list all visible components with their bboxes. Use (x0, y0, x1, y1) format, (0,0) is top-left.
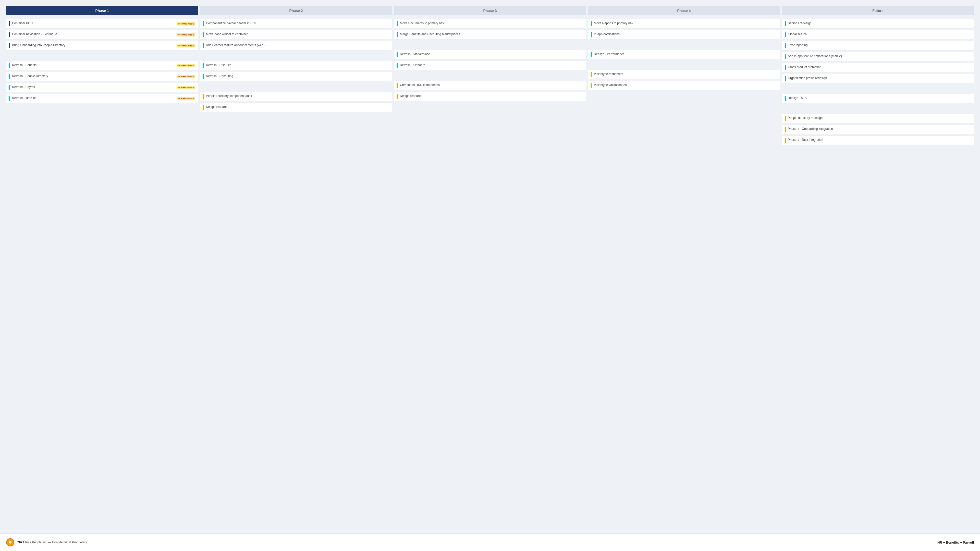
phase-col-phase4: Phase 4Move Reports to primary navIn-app… (588, 6, 780, 149)
task-text-people-dir-audit: People Directory component audit (206, 94, 389, 98)
task-card-bring-onboarding[interactable]: Bring Onboarding into People DirectoryIN… (6, 41, 198, 51)
task-card-inapp-notifications[interactable]: In-app notifications (588, 30, 780, 40)
task-text-design-research3: Design research (400, 94, 583, 98)
task-card-phase1-onboarding[interactable]: Phase 1 - Onboarding integration (782, 124, 974, 134)
task-bar-error-reporting (785, 43, 786, 48)
task-bar-people-dir-redesign (785, 116, 786, 121)
task-card-refresh-marketplace[interactable]: Refresh - Marketplace (394, 50, 586, 59)
task-text-bring-onboarding: Bring Onboarding into People Directory (12, 43, 175, 48)
task-card-refresh-benefits[interactable]: Refresh - BenefitsIN PROGRESS (6, 61, 198, 70)
task-bar-refresh-people-dir (9, 74, 10, 79)
task-card-realign-sta[interactable]: Realign - STA (782, 94, 974, 103)
group-nav-group4: Move Reports to primary navIn-app notifi… (588, 19, 780, 40)
task-text-phase1-onboarding: Phase 1 - Onboarding integration (788, 127, 971, 131)
spacer-between-phase4-2 (588, 65, 780, 68)
task-card-settings-redesign[interactable]: Settings redesign (782, 19, 974, 29)
spacer-between-phase4-1 (588, 44, 780, 48)
task-bar-refresh-timeoff (9, 96, 10, 101)
task-card-realign-performance[interactable]: Realign - Performance (588, 50, 780, 59)
task-text-refresh-people-dir: Refresh - People Directory (12, 74, 175, 78)
task-bar-realign-performance (591, 52, 592, 57)
task-bar-org-profile (785, 76, 786, 81)
task-card-move-reports[interactable]: Move Reports to primary nav (588, 19, 780, 29)
task-text-refresh-rise-lite: Refresh - Rise Lite (206, 63, 389, 67)
group-refresh-group3: Refresh - MarketplaceRefresh - Onboard (394, 50, 586, 70)
task-bar-visiontype-validation (591, 83, 592, 88)
group-refresh-group4: Realign - Performance (588, 50, 780, 59)
task-card-design-research2[interactable]: Design research (200, 103, 392, 112)
footer-text: 2021 Rise People Inc. — Confidential & P… (18, 540, 87, 544)
footer-year: 2021 (18, 540, 24, 544)
task-card-refresh-rise-lite[interactable]: Refresh - Rise Lite (200, 61, 392, 70)
task-bar-phase1-task (785, 138, 786, 143)
task-bar-move-reports (591, 21, 592, 26)
task-card-people-dir-audit[interactable]: People Directory component audit (200, 92, 392, 101)
task-card-cross-product[interactable]: Cross product promotion (782, 63, 974, 73)
task-card-move-documents[interactable]: Move Documents to primary nav (394, 19, 586, 29)
task-bar-refresh-rise-lite (203, 63, 204, 68)
phase-header-phase2: Phase 2 (200, 6, 392, 15)
group-design-group5: People directory redesignPhase 1 - Onboa… (782, 114, 974, 145)
task-card-org-profile[interactable]: Organization profile redesign (782, 74, 974, 83)
task-card-refresh-recruiting[interactable]: Refresh - Recruiting (200, 72, 392, 81)
task-card-move-zoho[interactable]: Move Zoho widget to container (200, 30, 392, 40)
task-card-refresh-timeoff[interactable]: Refresh - Time-offIN PROGRESS (6, 94, 198, 103)
task-card-refresh-payroll[interactable]: Refresh - PayrollIN PROGRESS (6, 83, 198, 92)
logo-inner (8, 540, 12, 545)
task-text-merge-benefits: Merge Benefits and Recruiting Marketplac… (400, 32, 583, 37)
task-text-creation-rds: Creation of RDS components (400, 83, 583, 87)
task-bar-refresh-benefits (9, 63, 10, 68)
task-text-error-reporting: Error reporting (788, 43, 971, 48)
task-bar-merge-benefits (397, 32, 398, 37)
task-text-refresh-onboard: Refresh - Onboard (400, 63, 583, 67)
task-bar-move-documents (397, 21, 398, 26)
task-card-container-nav[interactable]: Container navigation - Existing IAIN PRO… (6, 30, 198, 40)
task-bar-people-dir-audit (203, 94, 204, 99)
task-text-add-inapp-mobile: Add in-app feature notifications (mobile… (788, 54, 971, 59)
task-card-people-dir-redesign[interactable]: People directory redesign (782, 114, 974, 123)
task-text-visiontype-validation: Visiontype validation test (594, 83, 777, 87)
task-card-global-search[interactable]: Global search (782, 30, 974, 40)
badge-refresh-payroll: IN PROGRESS (177, 86, 195, 89)
phase-col-future: FutureSettings redesignGlobal searchErro… (782, 6, 974, 149)
group-design-group4: Visiontype refinementVisiontype validati… (588, 70, 780, 90)
spacer-between-future-1 (782, 89, 974, 92)
task-bar-design-research3 (397, 94, 398, 99)
badge-refresh-benefits: IN PROGRESS (177, 64, 195, 67)
group-refresh-group: Refresh - BenefitsIN PROGRESSRefresh - P… (6, 61, 198, 103)
phase-header-phase4: Phase 4 (588, 6, 780, 15)
task-text-visiontype-refinement: Visiontype refinement (594, 72, 777, 76)
main-content: Phase 1Container POCIN PROGRESSContainer… (0, 0, 980, 528)
task-text-realign-performance: Realign - Performance (594, 52, 777, 56)
task-card-refresh-onboard[interactable]: Refresh - Onboard (394, 61, 586, 70)
task-bar-global-search (785, 32, 786, 37)
group-nav-group5: Settings redesignGlobal searchError repo… (782, 19, 974, 83)
task-card-add-beamer[interactable]: Add Beamer feature announcements (web) (200, 41, 392, 51)
task-text-container-nav: Container navigation - Existing IA (12, 32, 175, 37)
group-refresh-group2: Refresh - Rise LiteRefresh - Recruiting (200, 61, 392, 81)
task-card-error-reporting[interactable]: Error reporting (782, 41, 974, 51)
task-text-refresh-timeoff: Refresh - Time-off (12, 96, 175, 100)
task-card-visiontype-refinement[interactable]: Visiontype refinement (588, 70, 780, 79)
task-card-refresh-people-dir[interactable]: Refresh - People DirectoryIN PROGRESS (6, 72, 198, 81)
task-card-componentize-navbar[interactable]: Componentize navbar header in RCL (200, 19, 392, 29)
task-text-move-zoho: Move Zoho widget to container (206, 32, 389, 37)
task-card-design-research3[interactable]: Design research (394, 92, 586, 101)
task-card-add-inapp-mobile[interactable]: Add in-app feature notifications (mobile… (782, 52, 974, 62)
task-card-visiontype-validation[interactable]: Visiontype validation test (588, 81, 780, 90)
task-bar-add-beamer (203, 43, 204, 48)
task-card-container-poc[interactable]: Container POCIN PROGRESS (6, 19, 198, 29)
task-text-cross-product: Cross product promotion (788, 65, 971, 69)
task-card-merge-benefits[interactable]: Merge Benefits and Recruiting Marketplac… (394, 30, 586, 40)
task-bar-componentize-navbar (203, 21, 204, 26)
task-bar-bring-onboarding (9, 43, 10, 48)
footer-company: Rise People Inc. — Confidential & Propri… (25, 540, 87, 544)
task-card-creation-rds[interactable]: Creation of RDS components (394, 81, 586, 90)
task-text-container-poc: Container POC (12, 21, 175, 25)
task-card-phase1-task[interactable]: Phase 1 - Task integration (782, 135, 974, 145)
task-bar-move-zoho (203, 32, 204, 37)
footer: 2021 Rise People Inc. — Confidential & P… (0, 534, 980, 551)
task-text-people-dir-redesign: People directory redesign (788, 116, 971, 120)
badge-bring-onboarding: IN PROGRESS (177, 44, 195, 48)
phases-grid: Phase 1Container POCIN PROGRESSContainer… (6, 6, 974, 149)
